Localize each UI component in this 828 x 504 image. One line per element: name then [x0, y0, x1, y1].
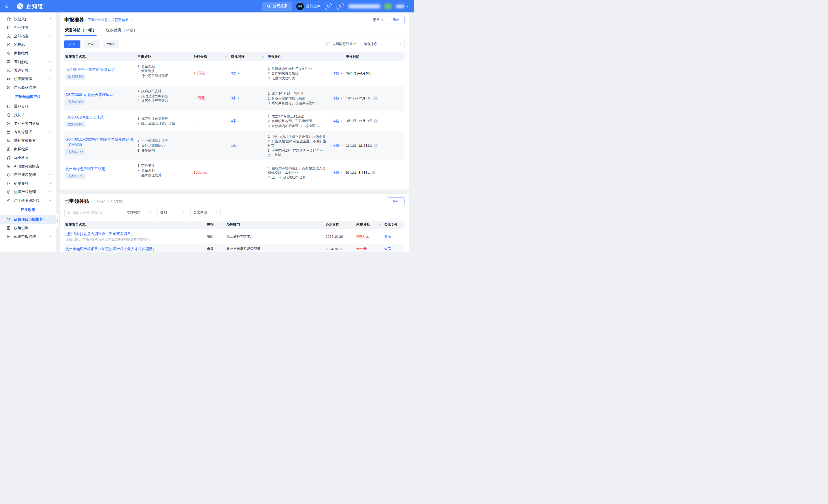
sidebar-item-doc-lines[interactable]: 政策申报管理: [0, 232, 56, 241]
sidebar-item-chat[interactable]: 智能触达: [0, 57, 56, 66]
subsidy-name-link[interactable]: 杭州市知识产权项目（加强知识产权专业人才培养项目）: [66, 246, 203, 252]
time-cell: 3月1日–12月31日!: [346, 119, 405, 124]
peers-approved-label[interactable]: 仅看同行已获批: [332, 42, 356, 46]
subsidy-row: 浙江省科技发展专项资金（重点研发项目）课题：航天空间站微重力环境下高温烹饪智能装…: [64, 229, 405, 244]
sidebar-item-bulb[interactable]: 商机推荐: [0, 49, 56, 57]
department-cell: 浙江省科学技术厅: [226, 234, 326, 239]
sort-select[interactable]: 综合排序: [361, 40, 405, 48]
info-icon[interactable]: !: [372, 171, 375, 175]
claimed-export-button[interactable]: 导出: [388, 197, 405, 205]
benefit-line: 1. 荣誉资质: [137, 163, 190, 168]
policy-name-link[interactable]: 浙江省“守合同重信用”企业认定: [66, 67, 115, 72]
sidebar-item-trophy[interactable]: 政策项目匹配推荐: [0, 215, 56, 224]
sidebar-item-doc-star[interactable]: 爆品百科: [0, 102, 56, 111]
condition-line: 1. 注册满两个会计年度的企业: [268, 66, 329, 71]
sidebar-item-person-card[interactable]: 客户管理: [0, 66, 56, 75]
star-icon: [6, 17, 11, 21]
peers-link[interactable]: 4家: [231, 119, 239, 123]
sidebar-item-window[interactable]: 专利专题库: [0, 128, 56, 136]
peers-link[interactable]: 1家: [231, 144, 239, 147]
year-pill-2025[interactable]: 2025: [64, 40, 80, 48]
cube-icon: [6, 85, 11, 90]
sidebar-item-person-search[interactable]: 全球拓客: [0, 32, 56, 40]
sidebar-item-doc-star2[interactable]: 政策查询: [0, 224, 56, 232]
condition-line: 2. 行业属性:面向制造业企业，不受行业约束: [268, 139, 329, 148]
peers-approved-checkbox[interactable]: [326, 42, 330, 46]
tab-active[interactable]: 荣誉补贴（38项）: [65, 28, 96, 36]
sidebar-item-cube[interactable]: 自营商品管理: [0, 83, 56, 92]
sidebar-item-doc-code[interactable]: 研发资料: [0, 179, 56, 188]
detail-link[interactable]: 详情: [332, 96, 341, 100]
sidebar-item-bank[interactable]: 产学研资源对接: [0, 196, 56, 205]
detail-link[interactable]: 详情: [332, 119, 341, 123]
year-pill-2026[interactable]: 2026: [84, 40, 100, 48]
info-icon[interactable]: !: [374, 96, 378, 100]
sidebar-item-ai[interactable]: AI研发灵感探索: [0, 162, 56, 171]
user-menu-redacted[interactable]: [396, 5, 404, 8]
peers-link[interactable]: 3家: [231, 96, 239, 100]
sidebar-toggle-handle[interactable]: [56, 213, 59, 228]
policy-name-cell: GB/T39116-2020智能制造能力成熟度评估（CMMM)成功率72%: [64, 137, 137, 155]
column-header: 已获补贴: [356, 222, 384, 227]
chip-icon: [6, 173, 11, 177]
received-subsidy: 288万元: [356, 234, 369, 238]
claimed-title: 已申领补贴: [64, 198, 89, 204]
complete-info-link[interactable]: 完善企业信息，推荐更精准: [88, 18, 131, 22]
detail-cell: 详情: [332, 119, 346, 124]
sort-icon[interactable]: [225, 55, 227, 58]
department-cell: 杭州市市场监督管理局: [226, 246, 326, 251]
global-search-button[interactable]: 全局搜索: [262, 2, 292, 11]
filter-select-2[interactable]: 公示日期: [191, 209, 220, 217]
view-file-link[interactable]: 查看: [384, 234, 391, 238]
detail-cell: 详情: [332, 143, 346, 148]
sidebar-item-label: 政策项目匹配推荐: [14, 217, 51, 222]
chevron-right-icon: [340, 97, 342, 99]
sidebar-item-patent[interactable]: 专利检索与分析: [0, 119, 56, 128]
view-file-link[interactable]: 查看: [384, 247, 391, 251]
detail-link[interactable]: 详情: [332, 144, 341, 147]
notification-bell-icon[interactable]: [325, 3, 332, 10]
sidebar-item-book[interactable]: 知识产权管理: [0, 188, 56, 196]
recommend-export-button[interactable]: 导出: [388, 16, 405, 24]
sidebar-item-tech[interactable]: 找技术: [0, 111, 56, 119]
chevron-down-icon: [49, 130, 52, 133]
window-icon: [6, 130, 11, 135]
sidebar-item-journal[interactable]: 期刊文献检索: [0, 136, 56, 145]
sidebar-collapse-icon[interactable]: [4, 3, 9, 9]
policy-name-link[interactable]: GB/T23001两化融合管理体系: [66, 93, 113, 97]
info-icon[interactable]: !: [374, 119, 378, 123]
claimed-count: （117项/638.07万元）: [92, 199, 125, 203]
sidebar-item-trademark[interactable]: 商标检索: [0, 145, 56, 153]
sidebar-item-doc-search[interactable]: 企业搜索: [0, 23, 56, 32]
filter-select-0[interactable]: 受理部门: [124, 209, 154, 217]
received-subsidy-cell: 288万元: [356, 234, 384, 239]
sidebar-item-standard[interactable]: 标准检索: [0, 153, 56, 162]
sort-icon[interactable]: [379, 224, 381, 226]
detail-link[interactable]: 详情: [332, 71, 341, 75]
benefit-line: 3. 行业示范引领作用: [137, 74, 190, 78]
policy-name-link[interactable]: 杭州市绿色低碳工厂认定: [66, 167, 106, 171]
tab-inactive[interactable]: 税收优惠（24项）: [106, 28, 137, 36]
help-icon[interactable]: ?: [337, 3, 344, 10]
sidebar-item-chip[interactable]: 产品研发管理: [0, 171, 56, 179]
app-logo[interactable]: 企知道: [16, 3, 44, 10]
sidebar-item-label: 全球拓客: [14, 34, 49, 39]
policy-name-link[interactable]: ISO10012测量管理体系: [66, 115, 104, 119]
sidebar-item-megaphone[interactable]: 供应商管理: [0, 75, 56, 83]
filter-select-1[interactable]: 级别: [157, 209, 188, 217]
sidebar-item-label: 招投标: [14, 43, 51, 47]
peers-link[interactable]: 3家: [231, 71, 239, 75]
qizhidao-ai-entry[interactable]: 企知道AI: [296, 3, 320, 10]
sidebar-item-target[interactable]: 招投标: [0, 40, 56, 49]
detail-link[interactable]: 详情: [332, 171, 341, 175]
policy-search-input[interactable]: [73, 211, 118, 215]
year-pill-2027[interactable]: 2027: [103, 40, 119, 48]
subsidy-topic: 课题：航天空间站微重力环境下高温烹饪智能装备关键技术: [66, 237, 203, 242]
sidebar-item-star[interactable]: 快捷入口: [0, 15, 56, 23]
info-icon[interactable]: !: [374, 144, 378, 147]
policy-name-link[interactable]: GB/T39116-2020智能制造能力成熟度评估（CMMM): [66, 137, 133, 147]
sort-icon[interactable]: [262, 55, 264, 58]
config-link[interactable]: 配置: [373, 18, 383, 22]
subsidy-name-link[interactable]: 浙江省科技发展专项资金（重点研发项目）: [66, 231, 203, 237]
amount-cell: --: [194, 119, 231, 123]
